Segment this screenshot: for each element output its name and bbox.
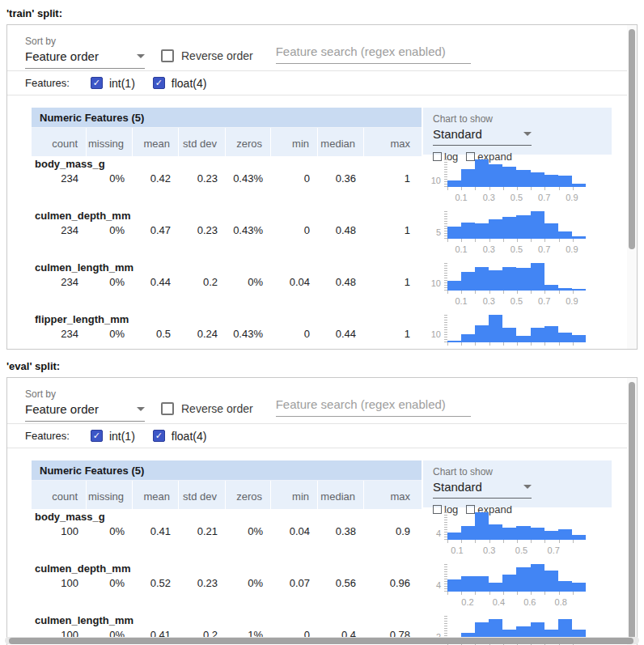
table-header-row: countmissingmeanstd devzerosminmedianmax — [32, 128, 422, 156]
vertical-scrollbar[interactable] — [629, 382, 635, 639]
reverse-order-checkbox[interactable] — [161, 402, 174, 415]
histogram-bar — [489, 164, 502, 187]
stat-count: 100 — [32, 576, 87, 589]
float-filter-checkbox[interactable]: ✓ — [153, 430, 165, 442]
feature-row-culmen_length_mm: culmen_length_mm2340%0.440.20%0.040.481 — [32, 260, 422, 312]
column-header-max: max — [364, 481, 422, 509]
column-header-std-dev: std dev — [179, 128, 226, 156]
histogram-flipper_length_mm: 10 — [423, 313, 612, 350]
vertical-scrollbar[interactable] — [629, 29, 635, 249]
x-axis-tick-label: 0.7 — [532, 296, 557, 306]
stat-zeros: 0% — [226, 524, 271, 537]
reverse-order-checkbox[interactable] — [161, 49, 174, 62]
stat-mean: 0.42 — [133, 172, 179, 185]
column-header-count: count — [32, 481, 87, 509]
histogram-bars — [447, 564, 586, 592]
chart-to-show-select[interactable]: Standard — [433, 127, 532, 146]
histogram-bar — [461, 272, 475, 291]
histogram-bar — [558, 176, 572, 187]
x-axis-tick-label: 0.5 — [505, 244, 529, 254]
histogram-bar — [447, 227, 461, 239]
stat-count: 100 — [32, 524, 87, 537]
stat-max: 1 — [364, 327, 422, 340]
chart-to-show-value: Standard — [433, 127, 482, 141]
stat-std-dev: 0.21 — [179, 524, 226, 537]
table-title: Numeric Features (5) — [32, 108, 422, 128]
histogram-bar — [502, 267, 516, 291]
histogram-bar — [475, 576, 489, 592]
sort-by-value: Feature order — [25, 49, 99, 63]
x-axis-tick-label: 0.7 — [532, 193, 557, 202]
histogram-bar — [489, 219, 502, 239]
stat-mean: 0.44 — [133, 275, 179, 288]
histogram-bar — [475, 223, 489, 239]
stat-missing: 0% — [87, 524, 133, 537]
chart-to-show-select[interactable]: Standard — [433, 480, 532, 499]
stat-count: 234 — [32, 275, 87, 288]
stat-missing: 0% — [87, 223, 133, 236]
stat-mean: 0.47 — [133, 223, 179, 236]
feature-search-input[interactable] — [276, 397, 471, 417]
histogram-bar — [489, 270, 502, 291]
histogram-bar — [531, 263, 544, 291]
histogram-bar — [572, 583, 586, 592]
histogram-bar — [447, 579, 461, 592]
feature-name: culmen_depth_mm — [32, 210, 422, 223]
x-axis-tick-label: 0.9 — [560, 193, 584, 202]
y-axis-tick-label: 10 — [423, 278, 441, 288]
vertical-scrollbar-track[interactable] — [627, 25, 637, 349]
histogram-bar — [447, 281, 461, 291]
stat-missing: 0% — [87, 576, 133, 589]
sort-by-select[interactable]: Feature order — [25, 49, 145, 69]
int-filter-checkbox[interactable]: ✓ — [91, 430, 103, 442]
feature-search-input[interactable] — [276, 45, 471, 64]
histogram-bar — [558, 529, 572, 540]
horizontal-scrollbar-track[interactable] — [5, 637, 639, 644]
numeric-features-table: Numeric Features (5) countmissingmeanstd… — [32, 460, 422, 645]
chart-to-show-label: Chart to show — [433, 466, 602, 477]
feature-values-row: 2340%0.50.240.43%00.441 — [32, 327, 422, 340]
y-axis-tick-label: 10 — [423, 176, 441, 185]
histogram-bar — [461, 334, 475, 342]
stat-zeros: 0.43% — [226, 172, 271, 185]
stat-std-dev: 0.2 — [179, 275, 226, 288]
eval-stats-panel: Sort by Feature order Reverse order Feat… — [6, 377, 638, 645]
x-axis-tick-label: 0.7 — [532, 244, 557, 254]
stat-min: 0.04 — [271, 275, 318, 288]
histogram-bars — [447, 512, 586, 540]
int-filter-label: int(1) — [109, 77, 135, 90]
histogram-bar — [544, 326, 558, 342]
chart-to-show-label: Chart to show — [433, 113, 602, 125]
feature-values-row: 1000%0.410.210%0.040.380.9 — [32, 524, 422, 537]
histogram-bar — [502, 217, 516, 239]
horizontal-scrollbar[interactable] — [9, 638, 633, 644]
sort-by-label: Sort by — [25, 388, 145, 400]
stat-max: 0.96 — [364, 576, 422, 589]
stat-zeros: 0.43% — [226, 327, 271, 340]
histogram-bar — [558, 231, 572, 239]
histogram-bar — [461, 576, 475, 592]
x-axis-tick-label: 0.3 — [477, 193, 501, 202]
x-axis-tick-label: 0.8 — [549, 597, 573, 607]
feature-row-culmen_depth_mm: culmen_depth_mm2340%0.470.230.43%00.481 — [32, 208, 422, 260]
feature-row-body_mass_g: body_mass_g2340%0.420.230.43%00.361 — [32, 156, 422, 208]
float-filter-checkbox[interactable]: ✓ — [153, 77, 165, 89]
sort-by-select[interactable]: Feature order — [25, 402, 145, 422]
stat-mean: 0.52 — [133, 576, 179, 589]
vertical-scrollbar-track[interactable] — [627, 378, 637, 645]
column-header-median: median — [318, 128, 364, 156]
stat-median: 0.44 — [318, 327, 364, 340]
histogram-bar — [516, 170, 530, 187]
y-axis-tick-label: 4 — [423, 580, 441, 590]
x-axis-ruler — [447, 342, 587, 346]
histogram-bar — [531, 172, 544, 187]
int-filter-checkbox[interactable]: ✓ — [91, 77, 103, 89]
stat-missing: 0% — [87, 275, 133, 288]
stat-min: 0 — [271, 172, 318, 185]
histogram-bar — [544, 531, 558, 540]
x-axis-tick-label: 0.9 — [560, 244, 584, 254]
histogram-bar — [461, 169, 475, 187]
stat-min: 0.04 — [271, 524, 318, 537]
feature-name: body_mass_g — [32, 511, 422, 524]
int-filter-label: int(1) — [109, 430, 135, 443]
